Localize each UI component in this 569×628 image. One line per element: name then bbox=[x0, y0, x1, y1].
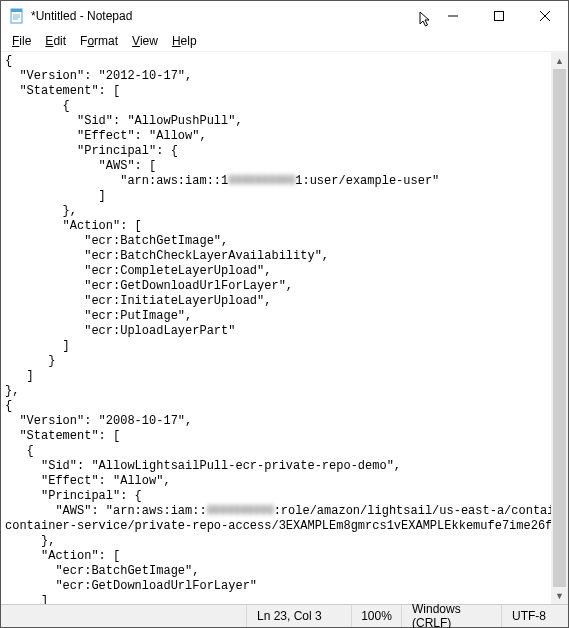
scrollbar-down-arrow-icon[interactable]: ▼ bbox=[551, 587, 568, 604]
menu-edit[interactable]: Edit bbox=[38, 33, 73, 49]
statusbar-position: Ln 23, Col 3 bbox=[246, 605, 351, 627]
scrollbar-up-arrow-icon[interactable]: ▲ bbox=[551, 52, 568, 69]
menu-file[interactable]: File bbox=[5, 33, 38, 49]
vertical-scrollbar[interactable]: ▲ ▼ bbox=[551, 52, 568, 604]
text-editor[interactable]: { "Version": "2012-10-17", "Statement": … bbox=[1, 52, 551, 604]
maximize-button[interactable] bbox=[476, 1, 522, 31]
close-button[interactable] bbox=[522, 1, 568, 31]
svg-rect-6 bbox=[495, 12, 504, 21]
menu-help[interactable]: Help bbox=[165, 33, 204, 49]
window-controls bbox=[430, 1, 568, 31]
scrollbar-thumb[interactable] bbox=[553, 69, 566, 587]
minimize-button[interactable] bbox=[430, 1, 476, 31]
statusbar-zoom: 100% bbox=[351, 605, 401, 627]
statusbar: Ln 23, Col 3 100% Windows (CRLF) UTF-8 bbox=[1, 604, 568, 627]
statusbar-line-ending: Windows (CRLF) bbox=[401, 605, 501, 627]
menu-view[interactable]: View bbox=[125, 33, 165, 49]
notepad-window: *Untitled - Notepad File Edit Format Vie… bbox=[0, 0, 569, 628]
menubar: File Edit Format View Help bbox=[1, 31, 568, 51]
svg-rect-1 bbox=[11, 9, 22, 12]
editor-area: { "Version": "2012-10-17", "Statement": … bbox=[1, 51, 568, 604]
menu-format[interactable]: Format bbox=[73, 33, 125, 49]
scrollbar-track[interactable] bbox=[551, 69, 568, 587]
notepad-icon bbox=[9, 8, 25, 24]
statusbar-encoding: UTF-8 bbox=[501, 605, 568, 627]
titlebar: *Untitled - Notepad bbox=[1, 1, 568, 31]
window-title: *Untitled - Notepad bbox=[31, 9, 430, 23]
statusbar-spacer bbox=[1, 605, 246, 627]
